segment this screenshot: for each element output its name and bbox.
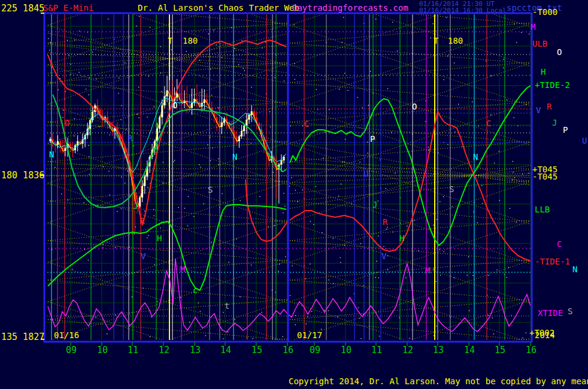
hour-axis-label: 13	[190, 346, 201, 355]
chart-frame	[41, 13, 532, 342]
chart-marker-letter: R	[140, 217, 144, 225]
right-edge-label-u: U	[582, 136, 587, 145]
hour-axis-label: 11	[128, 346, 138, 355]
hour-axis-label: 09	[66, 346, 77, 355]
right-edge-label-j: J	[552, 118, 557, 127]
hour-axis-label: 13	[433, 346, 444, 355]
right-edge-label-h: H	[541, 68, 545, 76]
right-edge-label-m: M	[531, 23, 535, 31]
right-edge-label-v: V	[536, 106, 541, 114]
chart-marker-letter: J	[133, 202, 138, 210]
yellow-fast-ma	[51, 91, 284, 207]
hour-axis-label: 14	[220, 346, 231, 355]
hour-axis-label: 10	[341, 346, 351, 355]
right-edge-label-ulb: ULB	[532, 39, 547, 48]
price-axis-label: 225 1845	[1, 4, 44, 13]
hour-axis-label: 10	[97, 346, 108, 355]
session-date-label: 01/17	[297, 331, 322, 339]
right-edge-label-tide1: -TIDE-1	[535, 257, 570, 266]
hour-axis-label: 14	[464, 346, 475, 355]
price-axis-label: 135 1827	[1, 333, 44, 342]
right-edge-label-xtide: XTIDE	[538, 309, 563, 317]
chart-marker-letter: 180	[448, 37, 463, 45]
price-chart-canvas	[0, 0, 588, 389]
gann-lattice	[48, 0, 532, 389]
site-link[interactable]: Daytradingforecasts.com	[292, 4, 408, 12]
chart-marker-letter: O	[412, 102, 417, 111]
chart-marker-letter: N	[232, 153, 237, 161]
chaos-trader-web-page: S&P E-Mini Dr. Al Larson's Chaos Trader …	[0, 0, 588, 389]
hour-axis-label: 16	[526, 346, 537, 355]
right-edge-label-s: S	[568, 307, 572, 315]
chart-marker-letter: J	[372, 200, 377, 209]
chart-marker-letter: R	[383, 218, 387, 226]
chart-marker-letter: C	[304, 120, 309, 128]
chart-marker-letter: O	[172, 101, 177, 110]
session-date-label: 01/16	[54, 331, 79, 339]
hour-axis-label: 12	[159, 346, 169, 355]
hour-axis-label: 15	[495, 346, 505, 355]
chart-marker-letter: M	[425, 266, 430, 275]
chart-marker-letter: T	[168, 37, 172, 45]
right-edge-label-c: C	[557, 240, 562, 248]
right-edge-label-r: R	[547, 102, 551, 111]
right-edge-label-o: O	[557, 48, 562, 56]
hour-axis-label: 09	[310, 346, 320, 355]
chart-marker-letter: N	[473, 153, 478, 161]
chart-marker-letter: R	[128, 134, 132, 142]
hour-axis-label: 11	[371, 346, 382, 355]
chart-marker-letter: O	[65, 118, 69, 127]
chart-marker-letter: t	[225, 302, 229, 310]
right-edge-label-llb: LLB	[535, 205, 550, 214]
hour-ticks	[71, 342, 531, 346]
chart-marker-letter: S	[208, 186, 213, 194]
cyan-fast-ma-line	[50, 98, 286, 172]
chart-marker-letter: P	[370, 135, 375, 143]
candle-body	[50, 139, 51, 141]
right-edge-label-tide2: +TIDE-2	[535, 81, 570, 89]
copyright-notice: Copyright 2014, Dr. Al Larson. May not b…	[289, 377, 588, 385]
right-edge-label-n: N	[572, 265, 577, 273]
chart-marker-letter: M	[180, 265, 185, 273]
event-vlines	[51, 14, 505, 340]
timestamp-local: 01/16/2014 16:30 Local	[419, 7, 507, 14]
chart-marker-letter: H	[157, 234, 162, 242]
right-edge-label-t045: -T045	[532, 172, 557, 181]
right-edge-label-2014: 2014	[535, 331, 555, 339]
green-tide-right-line	[290, 86, 531, 245]
chart-marker-letter: 180	[183, 37, 198, 45]
chart-marker-letter: U	[363, 169, 368, 178]
chart-marker-letter: S	[449, 185, 454, 193]
chart-marker-letter: T	[434, 37, 438, 45]
hour-axis-label: 15	[251, 346, 262, 355]
right-edge-label-t000: -T000	[532, 8, 557, 16]
chart-marker-letter: c	[193, 286, 198, 294]
chart-marker-letter: N	[49, 150, 54, 159]
chart-marker-letter: C	[486, 119, 491, 127]
right-edge-label-p: P	[563, 126, 568, 134]
hour-axis-label: 12	[402, 346, 413, 355]
page-title: Dr. Al Larson's Chaos Trader Web	[138, 4, 299, 12]
chart-marker-letter: V	[381, 252, 386, 260]
chart-marker-letter: H	[399, 234, 404, 242]
hour-axis-label: 16	[283, 346, 293, 355]
price-axis-label: 180 1836	[1, 171, 44, 180]
chart-marker-letter: V	[141, 252, 146, 260]
symbol-label: S&P E-Mini	[43, 4, 93, 12]
